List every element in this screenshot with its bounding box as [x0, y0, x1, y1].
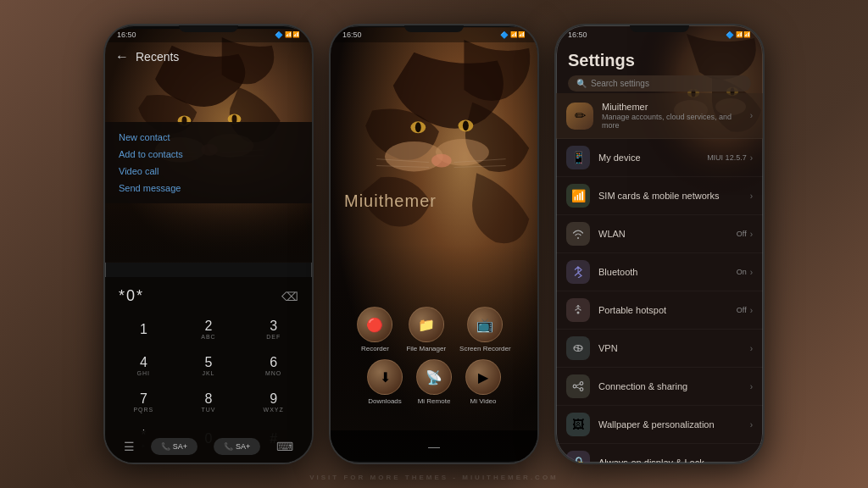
phone-bottom-bar-1: ☰ 📞SA+ 📞SA+ ⌨: [105, 430, 312, 463]
connection-sharing-name: Connection & sharing: [598, 381, 750, 391]
settings-hotspot-text: Portable hotspot: [598, 305, 737, 315]
vpn-name: VPN: [598, 343, 750, 353]
miuithemer-sub: Manage accounts, cloud services, and mor…: [602, 113, 750, 130]
dial-8[interactable]: 8TUV: [177, 385, 241, 419]
settings-vpn[interactable]: VPN ›: [556, 330, 763, 368]
wallpaper-name: Wallpaper & personalization: [598, 419, 750, 430]
status-bar-2: 16:50 🔷📶📶: [331, 25, 537, 42]
bluetooth-icon: [566, 260, 590, 284]
svg-point-37: [580, 382, 583, 385]
dialer-display: *0* ⌫: [112, 284, 305, 312]
sim-name: SIM cards & mobile networks: [598, 191, 750, 201]
call-sa-btn-2[interactable]: 📞SA+: [214, 438, 260, 455]
app-row-1: 🔴 Recorder 📁 File Manager 📺 Screen Recor…: [337, 307, 531, 352]
chevron-vpn: ›: [750, 344, 753, 353]
status-bar-3: 16:50 🔷📶📶: [556, 25, 763, 42]
app-downloads[interactable]: ⬇ Downloads: [367, 359, 403, 405]
settings-list: ✏ Miuithemer Manage accounts, cloud serv…: [556, 93, 763, 463]
settings-always-on-text: Always-on display & Lock: [598, 458, 750, 463]
dialer-number: *0*: [119, 287, 144, 305]
keyboard-icon[interactable]: ⌨: [276, 440, 293, 453]
dial-2[interactable]: 2ABC: [177, 312, 241, 347]
always-on-icon: 🔒: [566, 451, 590, 463]
new-contact-link[interactable]: New contact: [119, 129, 298, 146]
settings-wallpaper-text: Wallpaper & personalization: [598, 419, 750, 430]
time-2: 16:50: [342, 30, 362, 39]
settings-wlan-text: WLAN: [598, 229, 737, 239]
chevron-wallpaper: ›: [750, 420, 753, 430]
bluetooth-value: On: [737, 268, 747, 276]
mi-remote-label: Mi Remote: [418, 397, 451, 405]
delete-button[interactable]: ⌫: [281, 290, 298, 303]
app-recorder[interactable]: 🔴 Recorder: [357, 307, 392, 352]
settings-bluetooth-text: Bluetooth: [598, 267, 737, 277]
chevron-sim: ›: [750, 191, 753, 201]
settings-vpn-text: VPN: [598, 343, 750, 353]
settings-always-on[interactable]: 🔒 Always-on display & Lock ›: [556, 444, 763, 463]
dial-1[interactable]: 1: [112, 312, 175, 347]
wlan-value: Off: [737, 230, 747, 238]
send-message-link[interactable]: Send message: [119, 180, 298, 197]
dial-7[interactable]: 7PQRS: [112, 385, 175, 419]
chevron-my-device: ›: [750, 153, 753, 163]
call-sa-btn-1[interactable]: 📞SA+: [151, 438, 198, 455]
always-on-name: Always-on display & Lock: [598, 458, 750, 463]
file-manager-icon: 📁: [409, 307, 444, 342]
app-file-manager[interactable]: 📁 File Manager: [406, 307, 446, 352]
hotspot-value: Off: [737, 306, 747, 314]
settings-wallpaper[interactable]: 🖼 Wallpaper & personalization ›: [556, 406, 763, 444]
svg-point-36: [573, 385, 576, 388]
menu-icon[interactable]: ☰: [124, 440, 135, 453]
settings-my-device[interactable]: 📱 My device MIUI 12.5.7 ›: [556, 139, 763, 177]
add-contacts-link[interactable]: Add to contacts: [119, 146, 298, 163]
mi-video-label: Mi Video: [470, 397, 497, 405]
video-call-link[interactable]: Video call: [119, 163, 298, 180]
homescreen-username: Miuithemer: [344, 191, 437, 211]
app-mi-video[interactable]: ▶ Mi Video: [465, 359, 501, 405]
my-device-icon: 📱: [566, 146, 590, 169]
dial-5[interactable]: 5JKL: [177, 348, 241, 383]
wlan-name: WLAN: [598, 229, 737, 239]
settings-bluetooth[interactable]: Bluetooth On ›: [556, 253, 763, 291]
app-screen-recorder[interactable]: 📺 Screen Recorder: [459, 307, 510, 352]
my-device-value: MIUI 12.5.7: [707, 153, 747, 162]
app-mi-remote[interactable]: 📡 Mi Remote: [416, 359, 452, 405]
dial-3[interactable]: 3DEF: [242, 312, 305, 347]
time-1: 16:50: [117, 30, 136, 39]
bluetooth-name: Bluetooth: [598, 267, 737, 277]
app-row-2: ⬇ Downloads 📡 Mi Remote ▶ Mi Video: [337, 359, 531, 405]
status-icons-2: 🔷📶📶: [500, 31, 526, 39]
search-bar[interactable]: 🔍 Search settings: [568, 75, 751, 92]
screen-recorder-icon: 📺: [467, 307, 503, 342]
settings-hotspot[interactable]: Portable hotspot Off ›: [556, 291, 763, 330]
settings-connection-sharing[interactable]: Connection & sharing ›: [556, 368, 763, 406]
svg-line-39: [576, 384, 580, 385]
settings-miuithemer-text: Miuithemer Manage accounts, cloud servic…: [602, 102, 750, 130]
status-bar-1: 16:50 🔷📶📶: [105, 25, 312, 42]
phone-2: 16:50 🔷📶📶 Miuithemer 🔴 Recorder 📁 File M…: [329, 24, 539, 464]
dial-9[interactable]: 9WXYZ: [242, 385, 305, 419]
file-manager-label: File Manager: [406, 345, 446, 352]
home-indicator: —: [428, 440, 440, 453]
wallpaper-icon: 🖼: [566, 413, 590, 436]
settings-my-device-text: My device: [598, 152, 707, 163]
dial-6[interactable]: 6MNO: [242, 348, 305, 383]
svg-point-33: [577, 312, 580, 314]
my-device-name: My device: [598, 152, 707, 163]
dial-4[interactable]: 4GHI: [112, 348, 175, 383]
chevron-always-on: ›: [750, 458, 753, 463]
status-icons-1: 🔷📶📶: [275, 31, 300, 39]
recorder-icon: 🔴: [357, 307, 392, 342]
phones-container: 16:50 🔷📶📶 ← Recents New contact Add to c…: [103, 24, 765, 464]
phone-bottom-bar-2: —: [331, 430, 537, 463]
settings-wlan[interactable]: WLAN Off ›: [556, 215, 763, 253]
chevron-bluetooth: ›: [750, 268, 753, 277]
settings-sim[interactable]: 📶 SIM cards & mobile networks ›: [556, 177, 763, 215]
back-button[interactable]: ←: [115, 49, 129, 64]
chevron-miuithemer: ›: [750, 111, 753, 120]
miuithemer-name: Miuithemer: [602, 102, 750, 112]
settings-miuithemer[interactable]: ✏ Miuithemer Manage accounts, cloud serv…: [556, 93, 763, 139]
svg-point-38: [580, 388, 583, 391]
wlan-icon: [566, 222, 590, 246]
screen-recorder-label: Screen Recorder: [459, 345, 510, 352]
